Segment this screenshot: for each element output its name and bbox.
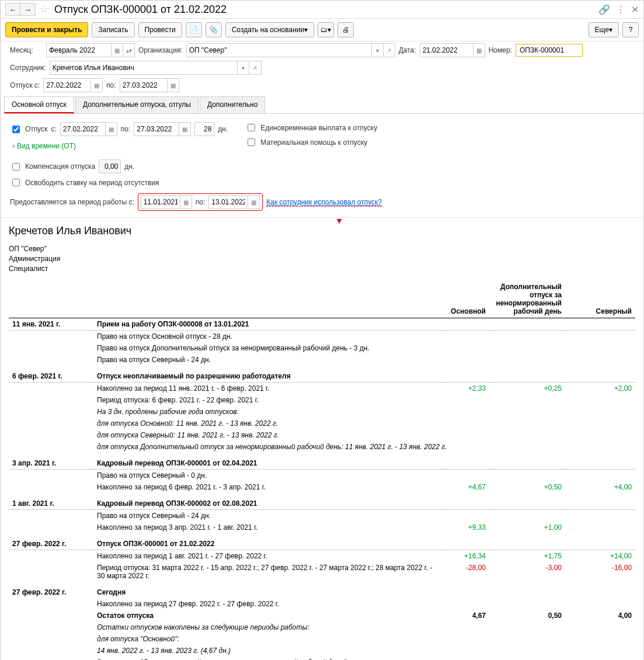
val-north: +14,00 — [565, 550, 635, 562]
val-extra: 0,50 — [489, 610, 565, 621]
more-button[interactable]: Еще ▾ — [589, 22, 619, 37]
val-north: -16,00 — [565, 562, 635, 582]
tab-main-leave[interactable]: Основной отпуск — [4, 96, 74, 113]
favorite-icon[interactable]: ☆ — [39, 3, 48, 16]
post-button[interactable]: Провести — [138, 22, 182, 37]
create-based-on-button[interactable]: Создать на основании ▾ — [225, 22, 315, 37]
entry-line: Право на отпуск Дополнительный отпуск за… — [93, 342, 635, 354]
free-position-checkbox[interactable] — [12, 179, 20, 186]
entry-line: Право на отпуск Северный - 24 дн. — [93, 354, 635, 366]
entry-title: Сегодня — [93, 586, 635, 598]
calendar-icon[interactable]: ▦ — [179, 123, 190, 136]
material-aid-checkbox[interactable] — [248, 138, 255, 146]
val-north: +4,00 — [565, 481, 635, 493]
forward-button[interactable]: → — [20, 3, 36, 16]
compensation-value[interactable] — [99, 159, 121, 173]
val-extra: +0,25 — [489, 383, 565, 395]
leave-date-to[interactable]: ▦ — [134, 122, 191, 136]
work-period-label: Предоставляется за период работы с: — [10, 198, 134, 206]
chevron-down-icon[interactable]: ▾ — [371, 44, 383, 57]
leave-to-label: по: — [106, 81, 116, 89]
calendar-icon[interactable]: ▦ — [105, 123, 117, 136]
structure-icon[interactable]: 🗂▾ — [318, 22, 334, 37]
tab-body: Отпуск с: ▦ по: ▦ дн. — [1, 114, 643, 218]
wp-to-field[interactable]: ▦ — [208, 195, 260, 209]
entry-date: 1 авг. 2021 г. — [9, 498, 93, 510]
how-used-link[interactable]: Как сотрудник использовал отпуск? — [266, 198, 382, 207]
leave-from-field[interactable]: ▦ — [43, 78, 103, 92]
open-icon[interactable]: ↗ — [249, 61, 260, 74]
entry-line: Накоплено за период 11 янв. 2021 г. - 6 … — [93, 383, 443, 395]
employee-label: Сотрудник: — [10, 64, 46, 72]
leave-date-from[interactable]: ▦ — [60, 122, 117, 136]
col-main: Основной — [443, 280, 489, 318]
entry-date: 11 янв. 2021 г. — [9, 318, 93, 331]
val-extra: +1,75 — [489, 550, 565, 562]
org-field[interactable]: ▾ ↗ — [186, 43, 395, 57]
entry-date: 6 февр. 2021 г. — [9, 370, 93, 383]
calendar-icon[interactable]: ▦ — [111, 44, 123, 57]
leave-to-field[interactable]: ▦ — [120, 78, 179, 92]
wp-from-field[interactable]: ▦ — [141, 195, 192, 209]
window-title: Отпуск ОПЗК-000001 от 21.02.2022 — [52, 4, 598, 16]
compensation-checkbox[interactable] — [12, 163, 20, 171]
report-icon[interactable]: 📄 — [186, 22, 202, 37]
val-main: 4,67 — [443, 610, 489, 621]
attach-icon[interactable]: 📎 — [206, 22, 222, 37]
number-label: Номер: — [489, 46, 512, 54]
onetime-pay-checkbox[interactable] — [248, 124, 255, 131]
compensation-label: Компенсация отпуска — [25, 162, 95, 171]
calendar-icon[interactable]: ▦ — [473, 44, 485, 57]
help-button[interactable]: ? — [622, 22, 639, 37]
entry-title: Отпуск ОПЗК-000001 от 21.02.2022 — [93, 538, 635, 550]
work-period-box: ▦ по: ▦ — [138, 193, 263, 211]
print-icon[interactable]: 🖨 — [337, 22, 354, 37]
entry-line: Право на отпуск Северный - 24 дн. — [93, 510, 635, 522]
onetime-pay-label: Единовременная выплата к отпуску — [260, 124, 377, 132]
number-field: ОПЗК-000001 — [516, 44, 583, 57]
time-type-link[interactable]: › Вид времени (ОТ) — [12, 142, 76, 150]
spinner-icon[interactable]: ▴▾ — [123, 44, 134, 57]
back-button[interactable]: ← — [5, 3, 20, 16]
month-field[interactable]: ▦ ▴▾ — [46, 43, 135, 57]
col-extra: Дополнительный отпуск за ненормированный… — [489, 280, 565, 318]
chevron-right-icon: › — [12, 142, 15, 150]
entry-line: Накоплено за период 6 февр. 2021 г. - 3 … — [93, 481, 443, 493]
calendar-icon[interactable]: ▦ — [180, 196, 192, 209]
menu-icon[interactable]: ⋮ — [616, 4, 625, 15]
open-icon[interactable]: ↗ — [383, 44, 395, 57]
calendar-icon[interactable]: ▦ — [167, 79, 179, 92]
chevron-down-icon: ▾ — [609, 26, 612, 34]
entry-line: Право на отпуск Основной отпуск - 28 дн. — [93, 331, 635, 343]
employee-field[interactable]: ▾ ↗ — [50, 61, 262, 75]
leave-checkbox[interactable] — [12, 126, 20, 133]
entry-line: Накоплено за период 27 февр. 2022 г. - 2… — [93, 598, 635, 610]
entry-line: Накоплено за период 3 апр. 2021 г. - 1 а… — [93, 522, 443, 533]
tab-additional[interactable]: Дополнительно — [200, 96, 265, 113]
free-position-label: Освободить ставку на период отсутствия — [25, 179, 159, 187]
leave-from-label: Отпуск с: — [10, 81, 40, 89]
entry-title: Кадровый перевод ОПЗК-000001 от 02.04.20… — [93, 457, 635, 470]
entry-italic-line: На 3 дн. продлены рабочие года отпусков: — [93, 406, 635, 418]
val-extra: +0,50 — [489, 481, 565, 493]
chevron-down-icon: ▾ — [304, 26, 308, 34]
val-extra: +1,00 — [489, 522, 565, 533]
calendar-icon[interactable]: ▦ — [90, 79, 102, 92]
val-main: +9,33 — [443, 522, 489, 533]
report-table: Основной Дополнительный отпуск за ненорм… — [9, 280, 635, 660]
date-field[interactable]: ▦ — [420, 43, 485, 57]
chevron-down-icon[interactable]: ▾ — [237, 61, 249, 74]
close-icon[interactable]: ✕ — [631, 4, 639, 15]
entry-italic-line: для отпуска "Дополнительный отпуск за не… — [93, 656, 635, 660]
entry-italic-line: Остатки отпусков накоплены за следующие … — [93, 621, 635, 633]
calendar-icon[interactable]: ▦ — [248, 196, 259, 209]
report-section: Кречетов Илья Иванович ОП "Север" Админи… — [1, 225, 643, 660]
toolbar: Провести и закрыть Записать Провести 📄 📎… — [1, 19, 643, 41]
save-button[interactable]: Записать — [92, 22, 134, 37]
leave-days[interactable] — [194, 122, 214, 136]
link-icon[interactable]: 🔗 — [598, 4, 610, 15]
tab-extra-leave[interactable]: Дополнительные отпуска, отгулы — [75, 96, 199, 113]
post-close-button[interactable]: Провести и закрыть — [5, 22, 88, 37]
report-position: Специалист — [9, 264, 635, 274]
tabs: Основной отпуск Дополнительные отпуска, … — [4, 96, 643, 114]
